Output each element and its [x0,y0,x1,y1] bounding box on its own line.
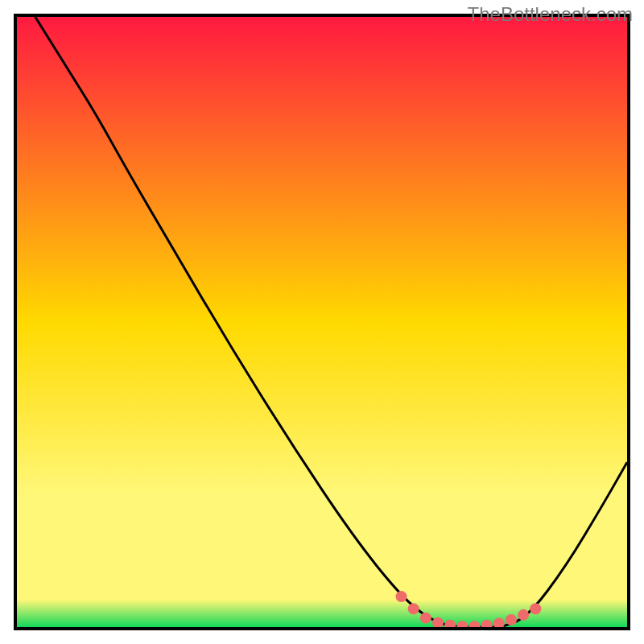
highlight-dot [481,620,493,627]
highlight-dot [408,603,419,614]
highlight-dot [396,591,407,602]
curve-line [35,17,627,627]
highlight-markers [396,591,542,627]
highlight-dot [456,621,468,627]
highlight-dot [432,617,444,627]
chart-foreground [17,17,627,627]
chart-container: TheBottleneck.com [0,0,644,644]
highlight-dot [506,614,517,625]
highlight-dot [420,613,431,624]
highlight-dot [469,621,481,627]
highlight-dot [444,620,456,627]
highlight-dot [518,609,529,621]
watermark-label: TheBottleneck.com [468,3,633,26]
plot-area [14,14,630,630]
highlight-dot [493,617,505,627]
highlight-dot [530,603,541,614]
